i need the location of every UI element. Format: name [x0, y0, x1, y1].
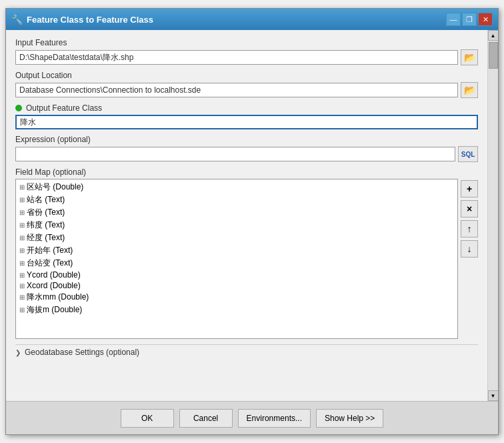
field-map-area: Field Map (optional) ⊞区站号 (Double)⊞站名 (T…	[15, 167, 478, 339]
title-bar: 🔧 Feature Class to Feature Class — ❐ ✕	[6, 9, 498, 30]
field-buttons: + × ↑ ↓	[461, 179, 478, 339]
output-location-label: Output Location	[15, 71, 478, 80]
bottom-bar: OK Cancel Environments... Show Help >>	[6, 401, 498, 434]
expression-label: Expression (optional)	[15, 135, 478, 144]
chevron-down-icon: ❯	[15, 349, 21, 356]
minimize-button[interactable]: —	[446, 13, 461, 26]
field-map-container: ⊞区站号 (Double)⊞站名 (Text)⊞省份 (Text)⊞纬度 (Te…	[15, 179, 478, 339]
output-location-browse-button[interactable]: 📂	[461, 82, 478, 98]
expression-group: Expression (optional) SQL	[15, 135, 478, 162]
list-item[interactable]: ⊞开始年 (Text)	[17, 244, 456, 257]
environments-button[interactable]: Environments...	[238, 409, 311, 428]
output-feature-class-group: Output Feature Class	[15, 103, 478, 129]
content-area: Input Features 📂 Output Location 📂	[6, 30, 498, 401]
sql-button[interactable]: SQL	[458, 146, 478, 162]
list-item[interactable]: ⊞省份 (Text)	[17, 206, 456, 219]
expression-row: SQL	[15, 146, 478, 162]
list-item[interactable]: ⊞Ycord (Double)	[17, 270, 456, 280]
list-item[interactable]: ⊞站名 (Text)	[17, 193, 456, 206]
scroll-track[interactable]	[488, 41, 498, 390]
list-item[interactable]: ⊞经度 (Text)	[17, 232, 456, 244]
input-features-browse-button[interactable]: 📂	[461, 49, 478, 65]
cancel-button[interactable]: Cancel	[179, 409, 233, 428]
input-features-group: Input Features 📂	[15, 38, 478, 65]
output-location-field[interactable]	[15, 83, 458, 97]
scroll-up-arrow[interactable]: ▲	[488, 30, 499, 41]
title-bar-left: 🔧 Feature Class to Feature Class	[11, 14, 153, 25]
main-area: Input Features 📂 Output Location 📂	[6, 30, 487, 401]
output-feature-class-field[interactable]	[15, 115, 478, 129]
geodatabase-settings-label: Geodatabase Settings (optional)	[25, 348, 139, 357]
list-item[interactable]: ⊞区站号 (Double)	[17, 181, 456, 193]
list-item[interactable]: ⊞Xcord (Double)	[17, 280, 456, 291]
show-help-button[interactable]: Show Help >>	[316, 409, 383, 428]
output-location-row: 📂	[15, 82, 478, 98]
title-controls: — ❐ ✕	[446, 13, 493, 26]
field-list[interactable]: ⊞区站号 (Double)⊞站名 (Text)⊞省份 (Text)⊞纬度 (Te…	[15, 179, 458, 339]
browse-folder-icon-2: 📂	[464, 85, 475, 95]
output-feature-class-label: Output Feature Class	[26, 103, 102, 113]
main-window: 🔧 Feature Class to Feature Class — ❐ ✕ I…	[5, 8, 499, 435]
required-indicator	[15, 105, 22, 111]
input-features-label: Input Features	[15, 38, 478, 47]
list-item[interactable]: ⊞台站变 (Text)	[17, 257, 456, 270]
field-map-label: Field Map (optional)	[15, 167, 478, 177]
restore-button[interactable]: ❐	[462, 13, 477, 26]
scroll-thumb[interactable]	[489, 42, 498, 69]
browse-folder-icon: 📂	[464, 52, 475, 63]
close-button[interactable]: ✕	[478, 13, 493, 26]
move-up-button[interactable]: ↑	[461, 220, 478, 238]
ok-button[interactable]: OK	[121, 409, 174, 428]
window-title: Feature Class to Feature Class	[27, 15, 153, 25]
geodatabase-settings-section[interactable]: ❯ Geodatabase Settings (optional)	[15, 344, 478, 360]
input-features-row: 📂	[15, 49, 478, 65]
output-location-group: Output Location 📂	[15, 71, 478, 98]
vertical-scrollbar[interactable]: ▲ ▼	[487, 30, 498, 401]
app-icon: 🔧	[11, 14, 23, 25]
list-item[interactable]: ⊞纬度 (Text)	[17, 219, 456, 232]
add-field-button[interactable]: +	[461, 180, 478, 197]
output-feature-class-header: Output Feature Class	[15, 103, 478, 113]
remove-field-button[interactable]: ×	[461, 200, 478, 217]
scroll-down-arrow[interactable]: ▼	[488, 390, 499, 401]
list-item[interactable]: ⊞降水mm (Double)	[17, 291, 456, 304]
input-features-field[interactable]	[15, 50, 458, 65]
list-item[interactable]: ⊞海拔m (Double)	[17, 304, 456, 316]
expression-field[interactable]	[15, 147, 455, 161]
move-down-button[interactable]: ↓	[461, 240, 478, 258]
